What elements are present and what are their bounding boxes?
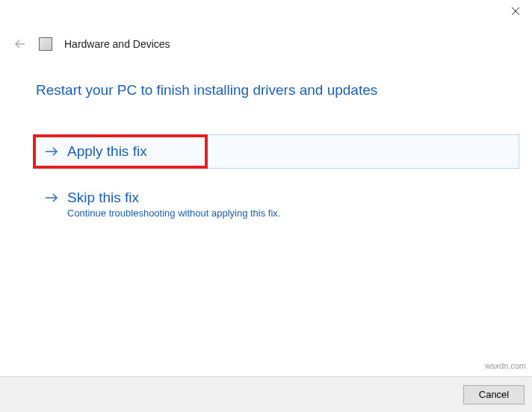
header: Hardware and Devices — [13, 37, 170, 51]
arrow-right-icon — [45, 145, 58, 158]
apply-fix-title: Apply this fix — [67, 143, 147, 160]
skip-fix-subtitle: Continue troubleshooting without applyin… — [67, 207, 516, 219]
close-button[interactable] — [499, 0, 532, 22]
skip-fix-option[interactable]: Skip this fix Continue troubleshooting w… — [45, 190, 516, 219]
apply-fix-option[interactable]: Apply this fix — [33, 134, 208, 169]
arrow-right-icon — [45, 191, 58, 205]
watermark-text: wsxdn.com — [485, 361, 526, 370]
troubleshooter-title: Hardware and Devices — [64, 38, 170, 50]
back-arrow-icon — [14, 38, 26, 50]
main-content: Restart your PC to finish installing dri… — [36, 82, 516, 219]
footer-bar: Cancel — [0, 376, 532, 412]
back-button[interactable] — [13, 37, 27, 51]
titlebar — [499, 0, 532, 27]
hardware-devices-icon — [39, 37, 52, 51]
cancel-button[interactable]: Cancel — [463, 385, 525, 405]
skip-fix-title: Skip this fix — [67, 190, 139, 206]
close-icon — [511, 7, 520, 16]
instruction-heading: Restart your PC to finish installing dri… — [36, 82, 516, 99]
